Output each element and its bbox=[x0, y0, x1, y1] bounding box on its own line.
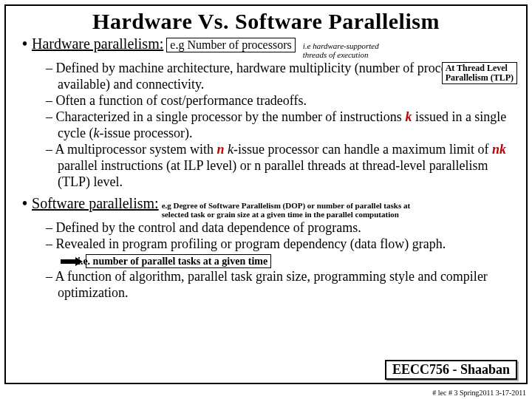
sw-heading: Software parallelism: bbox=[32, 195, 159, 212]
sw-heading-row: • Software parallelism: e.g Degree of So… bbox=[22, 195, 519, 219]
sw-list: Defined by the control and data dependen… bbox=[46, 220, 519, 301]
slide-frame: Hardware Vs. Software Parallelism • Hard… bbox=[4, 4, 528, 384]
hw-sidenote-line2: threads of execution bbox=[303, 50, 369, 59]
hw-aside-box: At Thread Level Parallelism (TLP) bbox=[442, 62, 517, 84]
list-item: Often a function of cost/performance tra… bbox=[46, 93, 519, 109]
hw-heading: Hardware parallelism: bbox=[32, 35, 163, 52]
list-item: Characterized in a single processor by t… bbox=[46, 109, 519, 142]
hw-item-2: Characterized in a single processor by t… bbox=[56, 109, 507, 140]
hw-sidenote: i.e hardware-supported threads of execut… bbox=[303, 42, 379, 59]
list-item: A function of algorithm, parallel task g… bbox=[46, 269, 519, 301]
sw-note: e.g Degree of Software Parallelism (DOP)… bbox=[162, 201, 410, 219]
list-item: Revealed in program profiling or program… bbox=[46, 236, 519, 269]
sw-note-line2: selected task or grain size at a given t… bbox=[162, 210, 399, 219]
hw-box-note: e.g Number of processors bbox=[166, 38, 295, 52]
list-item: A multiprocessor system with n k-issue p… bbox=[46, 142, 519, 191]
hw-item-3: A multiprocessor system with n k-issue p… bbox=[55, 142, 506, 189]
arrow-icon bbox=[61, 257, 83, 266]
sw-arrow-note: i.e. number of parallel tasks at a given… bbox=[86, 254, 271, 268]
hw-aside-line2: Parallelism (TLP) bbox=[446, 72, 514, 83]
slide-title: Hardware Vs. Software Parallelism bbox=[13, 9, 519, 34]
sw-item-2: A function of algorithm, parallel task g… bbox=[55, 269, 488, 300]
hw-heading-row: • Hardware parallelism: e.g Number of pr… bbox=[22, 35, 519, 59]
bullet-icon: • bbox=[22, 35, 27, 52]
course-footer-box: EECC756 - Shaaban bbox=[385, 360, 517, 380]
hw-sidenote-line1: i.e hardware-supported bbox=[303, 41, 379, 50]
sw-item-0: Defined by the control and data dependen… bbox=[56, 220, 361, 235]
list-item: Defined by the control and data dependen… bbox=[46, 220, 519, 236]
sw-item-1: Revealed in program profiling or program… bbox=[56, 236, 446, 251]
slide-meta: # lec # 3 Spring2011 3-17-2011 bbox=[432, 389, 526, 397]
sw-note-line1: e.g Degree of Software Parallelism (DOP)… bbox=[162, 201, 410, 210]
bullet-icon: • bbox=[22, 195, 27, 212]
hw-aside-line1: At Thread Level bbox=[446, 63, 508, 73]
hw-item-1: Often a function of cost/performance tra… bbox=[56, 93, 307, 108]
arrow-wrap: i.e. number of parallel tasks at a given… bbox=[58, 254, 271, 268]
hw-item-0: Defined by machine architecture, hardwar… bbox=[56, 61, 474, 92]
